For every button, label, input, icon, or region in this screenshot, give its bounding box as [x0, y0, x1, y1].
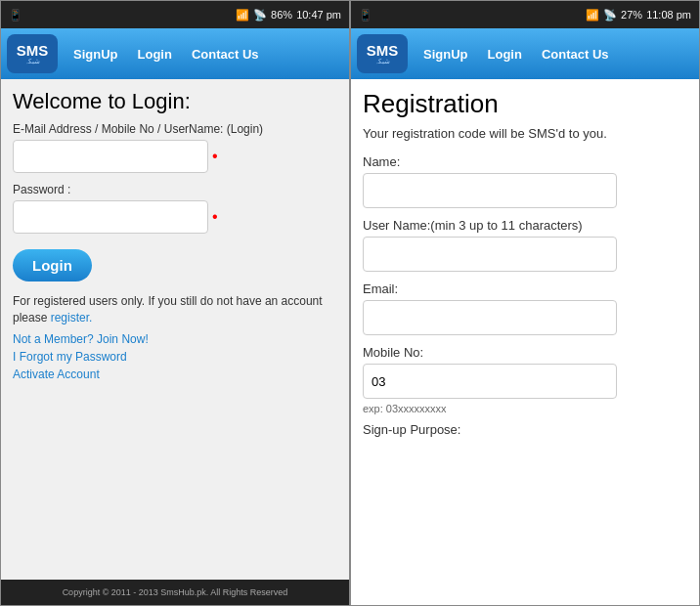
status-bar-2: 📱 📶 📡 27% 11:08 pm [351, 1, 699, 28]
phone-1: 📱 📶 📡 86% 10:47 pm SMS شبکہ SignUp Login… [0, 0, 350, 606]
logo-1: SMS شبکہ [7, 34, 58, 73]
register-link[interactable]: register. [51, 311, 93, 325]
logo-subtext-2: شبکہ [374, 58, 390, 65]
login-button[interactable]: Login [13, 249, 92, 281]
login-page: Welcome to Login: E-Mail Address / Mobil… [1, 79, 349, 580]
password-label: Password : [13, 183, 337, 196]
signup-purpose-label: Sign-up Purpose: [363, 422, 687, 437]
links-section: Not a Member? Join Now! I Forgot my Pass… [13, 332, 337, 381]
status-right-2: 📶 📡 27% 11:08 pm [586, 9, 691, 22]
status-left-1: 📱 [9, 9, 22, 22]
mobile-section: Mobile No: exp: 03xxxxxxxxx [363, 345, 687, 414]
battery-text: 86% [271, 9, 292, 21]
reg-email-input[interactable] [363, 300, 617, 335]
activate-link[interactable]: Activate Account [13, 368, 337, 381]
nav-bar-1: SMS شبکہ SignUp Login Contact Us [1, 28, 349, 79]
phone-icon: 📱 [9, 9, 22, 22]
footer-text-1: Copyright © 2011 - 2013 SmsHub.pk. All R… [63, 587, 288, 597]
contact-btn-1[interactable]: Contact Us [184, 41, 267, 67]
time-text-2: 11:08 pm [646, 9, 691, 21]
info-text: For registered users only. If you still … [13, 293, 337, 326]
phone-icon-2: 📱 [359, 9, 372, 22]
reg-title: Registration [363, 89, 687, 119]
login-nav-btn-2[interactable]: Login [480, 41, 530, 67]
name-label: Name: [363, 154, 687, 169]
status-right-1: 📶 📡 86% 10:47 pm [236, 9, 341, 22]
email-input[interactable] [13, 140, 208, 173]
email-required: • [212, 148, 218, 165]
logo-subtext-1: شبکہ [24, 58, 40, 65]
signal-icon-2: 📶 [586, 9, 599, 22]
wifi-icon: 📡 [253, 9, 267, 22]
contact-btn-2[interactable]: Contact Us [534, 41, 617, 67]
mobile-input[interactable] [363, 364, 617, 399]
username-section: User Name:(min 3 up to 11 characters) [363, 218, 687, 272]
logo-text-1: SMS [17, 43, 49, 58]
logo-text-2: SMS [367, 43, 399, 58]
join-link[interactable]: Not a Member? Join Now! [13, 332, 337, 346]
mobile-exp: exp: 03xxxxxxxxx [363, 403, 687, 414]
signup-btn-1[interactable]: SignUp [66, 41, 126, 67]
reg-email-label: Email: [363, 281, 687, 296]
status-bar-1: 📱 📶 📡 86% 10:47 pm [1, 1, 349, 28]
name-section: Name: [363, 154, 687, 208]
logo-2: SMS شبکہ [357, 34, 408, 73]
mobile-label: Mobile No: [363, 345, 687, 360]
footer-1: Copyright © 2011 - 2013 SmsHub.pk. All R… [1, 580, 349, 605]
wifi-icon-2: 📡 [603, 9, 617, 22]
status-left-2: 📱 [359, 9, 372, 22]
password-row: • [13, 200, 337, 234]
page-title-1: Welcome to Login: [13, 89, 337, 114]
email-row: • [13, 140, 337, 173]
username-label: User Name:(min 3 up to 11 characters) [363, 218, 687, 233]
password-input[interactable] [13, 200, 208, 234]
battery-text-2: 27% [621, 9, 642, 21]
forgot-link[interactable]: I Forgot my Password [13, 350, 337, 364]
email-section: Email: [363, 281, 687, 335]
email-label: E-Mail Address / Mobile No / UserName: (… [13, 122, 337, 136]
username-input[interactable] [363, 237, 617, 272]
time-text: 10:47 pm [296, 9, 341, 21]
phone-2: 📱 📶 📡 27% 11:08 pm SMS شبکہ SignUp Login… [350, 0, 700, 606]
registration-page: Registration Your registration code will… [351, 79, 699, 605]
password-required: • [212, 208, 218, 226]
signup-btn-2[interactable]: SignUp [416, 41, 476, 67]
reg-desc: Your registration code will be SMS'd to … [363, 125, 687, 143]
name-input[interactable] [363, 173, 617, 208]
signal-icon: 📶 [236, 9, 249, 22]
login-nav-btn-1[interactable]: Login [130, 41, 180, 67]
signup-purpose-section: Sign-up Purpose: [363, 422, 687, 437]
nav-bar-2: SMS شبکہ SignUp Login Contact Us [351, 28, 699, 79]
